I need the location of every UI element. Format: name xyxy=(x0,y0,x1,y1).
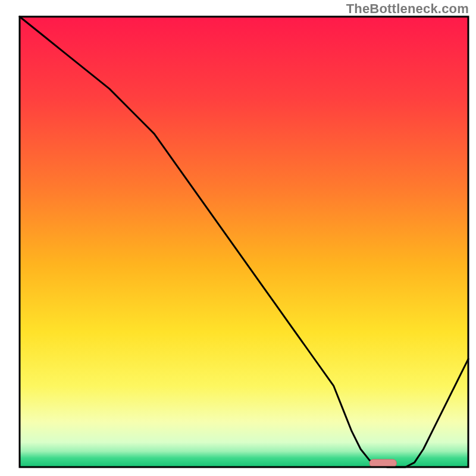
bottleneck-chart xyxy=(0,0,476,476)
watermark-text: TheBottleneck.com xyxy=(346,1,469,17)
plot-background xyxy=(20,17,468,467)
optimal-marker-bar xyxy=(369,459,396,467)
